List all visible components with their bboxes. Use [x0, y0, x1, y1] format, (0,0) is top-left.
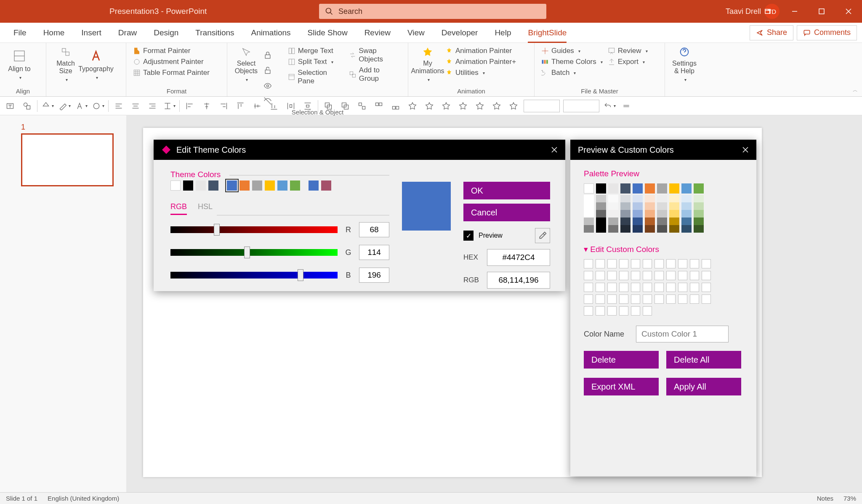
palette-shade[interactable]: [694, 195, 704, 202]
eye-off-icon[interactable]: [261, 94, 274, 108]
tab-help[interactable]: Help: [486, 23, 519, 43]
custom-color-slot[interactable]: [584, 294, 593, 304]
custom-color-slot[interactable]: [584, 259, 593, 268]
height-spinner[interactable]: [563, 100, 599, 112]
export-xml-button[interactable]: Export XML: [584, 378, 659, 395]
custom-color-slot[interactable]: [596, 306, 605, 316]
palette-shade[interactable]: [608, 210, 618, 218]
palette-shade[interactable]: [657, 218, 667, 225]
palette-swatch[interactable]: [657, 183, 667, 194]
shape-effects-icon[interactable]: [91, 99, 105, 113]
palette-shade[interactable]: [633, 218, 643, 225]
format-painter-button[interactable]: Format Painter: [130, 45, 223, 56]
custom-color-slot[interactable]: [619, 283, 628, 292]
blue-slider[interactable]: [170, 272, 338, 279]
delete-all-button[interactable]: Delete All: [666, 351, 741, 369]
theme-swatch[interactable]: [290, 180, 300, 191]
palette-shade[interactable]: [645, 218, 655, 225]
custom-color-slot[interactable]: [666, 294, 676, 304]
theme-swatch[interactable]: [321, 180, 331, 191]
align-obj-left-icon[interactable]: [183, 99, 197, 113]
star-icon[interactable]: [423, 99, 436, 113]
slide[interactable]: Edit Theme Colors Theme Colors RGB HSL: [143, 128, 762, 477]
palette-shade[interactable]: [596, 210, 606, 218]
custom-color-slot[interactable]: [678, 283, 687, 292]
palette-swatch[interactable]: [620, 183, 631, 194]
width-spinner[interactable]: [524, 100, 560, 112]
custom-color-slot[interactable]: [643, 306, 652, 316]
adjustment-painter-button[interactable]: Adjustment Painter: [130, 56, 223, 67]
theme-swatch[interactable]: [208, 180, 218, 191]
table-format-painter-button[interactable]: Table Format Painter: [130, 67, 223, 78]
custom-color-slot[interactable]: [643, 294, 652, 304]
palette-shade[interactable]: [669, 225, 679, 233]
custom-color-slot[interactable]: [619, 306, 628, 316]
add-to-group-button[interactable]: Add to Group: [346, 65, 404, 84]
custom-color-slot[interactable]: [690, 259, 699, 268]
custom-color-slot[interactable]: [607, 271, 617, 280]
palette-shade[interactable]: [657, 210, 667, 218]
align-center-icon[interactable]: [129, 99, 142, 113]
share-button[interactable]: Share: [750, 25, 793, 40]
align-obj-center-icon[interactable]: [200, 99, 213, 113]
palette-shade[interactable]: [645, 210, 655, 218]
palette-shade[interactable]: [694, 202, 704, 210]
b-input[interactable]: [359, 268, 389, 283]
match-size-button[interactable]: Match Size: [51, 45, 81, 83]
merge-text-button[interactable]: Merge Text: [285, 45, 346, 56]
settings-help-button[interactable]: Settings & Help: [669, 45, 700, 83]
custom-color-slot[interactable]: [584, 283, 593, 292]
rgb-tab[interactable]: RGB: [170, 202, 187, 215]
palette-shade[interactable]: [584, 202, 594, 210]
slide-thumbnail[interactable]: [21, 133, 114, 186]
palette-shade[interactable]: [620, 225, 631, 233]
apply-all-button[interactable]: Apply All: [666, 378, 741, 395]
my-animations-button[interactable]: My Animations: [412, 45, 443, 83]
custom-color-slot[interactable]: [690, 283, 699, 292]
tab-design[interactable]: Design: [145, 23, 187, 43]
palette-shade[interactable]: [633, 202, 643, 210]
palette-shade[interactable]: [645, 202, 655, 210]
custom-color-slot[interactable]: [596, 294, 605, 304]
custom-color-slot[interactable]: [607, 306, 617, 316]
collapse-ribbon-icon[interactable]: ︿: [853, 87, 858, 94]
utilities-button[interactable]: Utilities: [443, 67, 519, 78]
custom-color-slot[interactable]: [678, 271, 687, 280]
close-icon[interactable]: [549, 145, 559, 155]
hex-value[interactable]: #4472C4: [487, 249, 550, 266]
palette-swatch[interactable]: [584, 183, 594, 194]
palette-swatch[interactable]: [645, 183, 655, 194]
custom-color-slot[interactable]: [690, 294, 699, 304]
preview-checkbox[interactable]: ✓: [463, 231, 474, 241]
select-objects-button[interactable]: Select Objects: [231, 45, 261, 83]
palette-shade[interactable]: [681, 202, 692, 210]
align-obj-right-icon[interactable]: [217, 99, 230, 113]
font-color-icon[interactable]: [74, 99, 88, 113]
theme-swatch[interactable]: [309, 180, 319, 191]
custom-color-slot[interactable]: [654, 259, 664, 268]
green-slider[interactable]: [170, 249, 338, 256]
custom-color-slot[interactable]: [702, 283, 711, 292]
text-box-icon[interactable]: [3, 99, 17, 113]
tab-animations[interactable]: Animations: [243, 23, 299, 43]
split-text-button[interactable]: Split Text: [285, 56, 346, 67]
hsl-tab[interactable]: HSL: [198, 202, 213, 215]
tab-insert[interactable]: Insert: [73, 23, 110, 43]
palette-shade[interactable]: [657, 195, 667, 202]
custom-color-slot[interactable]: [654, 294, 664, 304]
custom-color-slot[interactable]: [596, 259, 605, 268]
custom-color-slot[interactable]: [607, 294, 617, 304]
star-icon[interactable]: [439, 99, 453, 113]
tab-view[interactable]: View: [399, 23, 433, 43]
tab-brightslide[interactable]: BrightSlide: [519, 23, 575, 43]
tab-draw[interactable]: Draw: [110, 23, 145, 43]
custom-color-slot[interactable]: [666, 259, 676, 268]
palette-shade[interactable]: [584, 195, 594, 202]
palette-shade[interactable]: [608, 225, 618, 233]
palette-shade[interactable]: [694, 218, 704, 225]
minimize-icon[interactable]: [781, 0, 808, 23]
tab-developer[interactable]: Developer: [433, 23, 487, 43]
palette-shade[interactable]: [694, 225, 704, 233]
tab-slideshow[interactable]: Slide Show: [299, 23, 356, 43]
palette-swatch[interactable]: [596, 183, 606, 194]
